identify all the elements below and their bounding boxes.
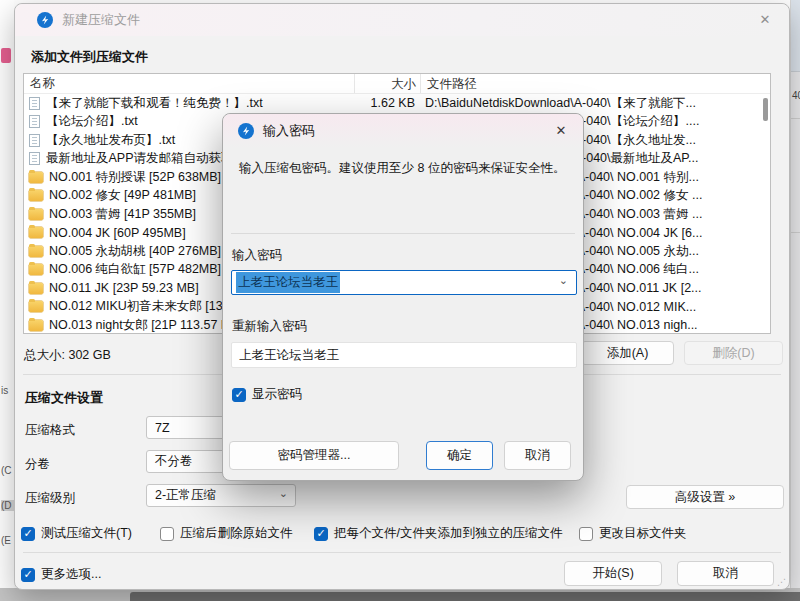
section-header-add-files: 添加文件到压缩文件 xyxy=(31,48,148,66)
column-header-path[interactable]: 文件路径 xyxy=(420,74,770,93)
main-titlebar[interactable]: 新建压缩文件 ✕ xyxy=(15,4,789,36)
separator xyxy=(23,552,781,553)
checkbox-box[interactable] xyxy=(579,527,593,541)
volume-value: 不分卷 xyxy=(155,453,193,470)
underlying-header-fragment xyxy=(791,0,800,72)
screen: is (C (D (E 40 新建压缩文件 ✕ 添加文件到压缩文件 名称 大小 … xyxy=(0,0,800,601)
dialog-message: 输入压缩包密码。建议使用至少 8 位的密码来保证安全性。 xyxy=(239,159,569,178)
close-icon[interactable]: ✕ xyxy=(549,119,573,143)
folder-icon xyxy=(29,301,43,312)
edge-fragment: (C xyxy=(1,465,12,476)
resize-grip[interactable]: ⋰ xyxy=(777,577,786,587)
password-label: 输入密码 xyxy=(232,247,282,264)
column-header-size[interactable]: 大小 xyxy=(354,74,420,93)
file-path: D:\BaiduNetdiskDownload\A-040\【来了就能下... xyxy=(419,95,770,112)
checkbox-box[interactable] xyxy=(314,527,328,541)
underlying-window-right-sliver: 40 xyxy=(790,0,800,601)
checkbox-label: 更多选项... xyxy=(41,566,101,583)
total-size-text: 总大小: 302 GB xyxy=(24,347,111,364)
ok-button[interactable]: 确定 xyxy=(426,441,493,470)
chevron-down-icon: ⌄ xyxy=(279,487,288,500)
advanced-settings-button[interactable]: 高级设置 » xyxy=(626,485,784,509)
folder-icon xyxy=(29,264,43,275)
password-dialog: 输入密码 ✕ 输入压缩包密码。建议使用至少 8 位的密码来保证安全性。 输入密码… xyxy=(222,113,584,481)
close-icon[interactable]: ✕ xyxy=(753,8,777,32)
checkbox-label: 显示密码 xyxy=(252,386,302,403)
text-file-icon xyxy=(29,152,40,165)
folder-icon xyxy=(29,320,43,331)
folder-icon xyxy=(29,283,43,294)
checkbox-label: 更改目标文件夹 xyxy=(599,525,687,542)
file-size: 1.62 KB xyxy=(353,96,419,110)
checkbox-label: 把每个文件/文件夹添加到独立的压缩文件 xyxy=(334,525,562,542)
table-row[interactable]: 【来了就能下载和观看！纯免费！】.txt1.62 KBD:\BaiduNetdi… xyxy=(24,94,770,113)
checkbox-more-options[interactable]: 更多选项... xyxy=(21,566,101,583)
text-file-icon xyxy=(29,115,40,128)
confirm-password-label: 重新输入密码 xyxy=(232,318,307,335)
confirm-password-value: 上老王论坛当老王 xyxy=(239,347,339,364)
edge-fragment: (E xyxy=(1,535,11,546)
chevron-down-icon[interactable]: ⌄ xyxy=(559,274,568,287)
checkbox-box[interactable] xyxy=(160,527,174,541)
window-title: 新建压缩文件 xyxy=(62,11,140,29)
checkbox-box[interactable] xyxy=(232,388,246,402)
password-value-selected: 上老王论坛当老王 xyxy=(236,272,340,293)
level-label: 压缩级别 xyxy=(25,490,75,507)
folder-icon xyxy=(29,227,43,238)
delete-button[interactable]: 删除(D) xyxy=(684,341,783,365)
edge-fragment: (D xyxy=(1,500,15,511)
folder-icon xyxy=(29,209,43,220)
dialog-title: 输入密码 xyxy=(263,122,315,140)
scrollbar-thumb[interactable] xyxy=(763,98,768,121)
cancel-button[interactable]: 取消 xyxy=(504,441,571,470)
underlying-dark-bar xyxy=(130,592,800,601)
volume-label: 分卷 xyxy=(25,456,50,473)
checkbox-delete-after[interactable]: 压缩后删除原始文件 xyxy=(160,525,293,542)
password-combobox[interactable]: 上老王论坛当老王 ⌄ xyxy=(231,270,577,295)
format-value: 7Z xyxy=(155,421,170,435)
add-button[interactable]: 添加(A) xyxy=(581,341,674,365)
bandizip-app-icon xyxy=(37,12,53,28)
start-button[interactable]: 开始(S) xyxy=(564,561,662,586)
separator xyxy=(231,233,575,234)
folder-icon xyxy=(29,172,43,183)
checkbox-test-archive[interactable]: 测试压缩文件(T) xyxy=(21,525,132,542)
checkbox-change-target[interactable]: 更改目标文件夹 xyxy=(579,525,687,542)
folder-icon xyxy=(29,190,43,201)
folder-icon xyxy=(29,246,43,257)
edge-fragment: is xyxy=(1,385,8,396)
edge-fragment: 40 xyxy=(792,90,800,101)
checkbox-label: 压缩后删除原始文件 xyxy=(180,525,293,542)
column-header-name[interactable]: 名称 xyxy=(24,75,354,92)
level-value: 2-正常压缩 xyxy=(155,487,216,504)
dialog-titlebar[interactable]: 输入密码 ✕ xyxy=(223,114,583,148)
text-file-icon xyxy=(29,134,40,147)
checkbox-label: 测试压缩文件(T) xyxy=(41,525,132,542)
checkbox-box[interactable] xyxy=(21,568,35,582)
format-label: 压缩格式 xyxy=(25,422,75,439)
confirm-password-input[interactable]: 上老王论坛当老王 xyxy=(231,342,577,368)
list-scrollbar[interactable] xyxy=(763,96,768,331)
level-dropdown[interactable]: 2-正常压缩 ⌄ xyxy=(146,484,296,507)
settings-header: 压缩文件设置 xyxy=(25,389,103,407)
underlying-icon-fragment xyxy=(1,48,11,63)
list-header-row: 名称 大小 文件路径 xyxy=(24,74,770,94)
checkbox-show-password[interactable]: 显示密码 xyxy=(232,386,302,403)
password-manager-button[interactable]: 密码管理器... xyxy=(229,441,399,470)
text-file-icon xyxy=(29,97,40,110)
file-name: 【来了就能下载和观看！纯免费！】.txt xyxy=(46,95,353,112)
checkbox-separate-archives[interactable]: 把每个文件/文件夹添加到独立的压缩文件 xyxy=(314,525,562,542)
underlying-window-left-sliver: is (C (D (E xyxy=(0,0,14,601)
bandizip-app-icon xyxy=(238,123,254,139)
checkbox-box[interactable] xyxy=(21,527,35,541)
cancel-button[interactable]: 取消 xyxy=(677,561,774,586)
